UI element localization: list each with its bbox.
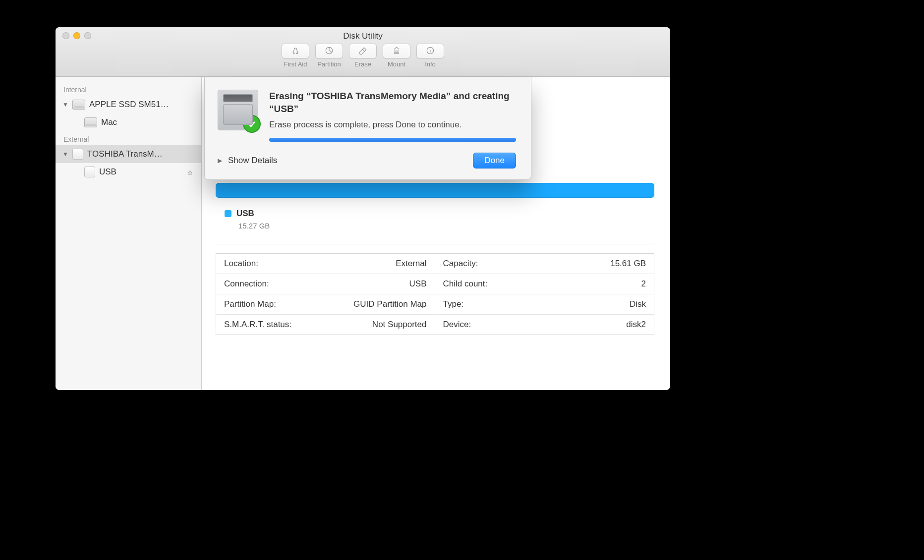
info-row: Device:disk2: [435, 315, 654, 335]
sidebar-section-internal: Internal: [56, 82, 201, 96]
sidebar-item-apple-ssd[interactable]: ▼ APPLE SSD SM51…: [56, 96, 201, 113]
toolbar-partition[interactable]: Partition: [315, 44, 343, 68]
titlebar: Disk Utility First Aid Partition Erase M…: [56, 27, 670, 77]
info-icon: [425, 46, 436, 57]
svg-point-0: [293, 53, 294, 54]
sidebar-item-label: APPLE SSD SM51…: [89, 100, 169, 110]
volume-size: 15.27 GB: [216, 222, 654, 230]
toolbar-label: Erase: [349, 60, 377, 68]
sidebar-item-label: TOSHIBA TransM…: [87, 149, 163, 159]
info-value: USB: [409, 279, 427, 289]
info-row: Connection:USB: [216, 274, 435, 294]
toolbar: First Aid Partition Erase Mount Info: [56, 44, 670, 68]
toolbar-mount[interactable]: Mount: [383, 44, 410, 68]
volume-icon: [84, 167, 95, 177]
done-button[interactable]: Done: [473, 153, 516, 168]
sidebar: Internal ▼ APPLE SSD SM51… Mac External …: [56, 77, 202, 390]
chevron-right-icon: ▶: [218, 157, 222, 164]
info-value: 15.61 GB: [610, 259, 646, 269]
eject-icon[interactable]: [186, 168, 193, 175]
first-aid-icon: [290, 46, 301, 57]
info-key: Capacity:: [443, 259, 478, 269]
volume-name: USB: [236, 209, 254, 219]
sidebar-section-external: External: [56, 131, 201, 145]
volume-icon: [84, 117, 97, 127]
info-key: Connection:: [224, 279, 269, 289]
divider: [216, 244, 654, 244]
info-value: Not Supported: [372, 320, 427, 330]
info-key: Child count:: [443, 279, 488, 289]
sidebar-item-label: Mac: [101, 117, 117, 127]
toolbar-label: First Aid: [282, 60, 309, 68]
info-key: Device:: [443, 320, 471, 330]
toolbar-first-aid[interactable]: First Aid: [282, 44, 309, 68]
volume-color-swatch: [225, 210, 231, 217]
sidebar-item-usb[interactable]: USB: [56, 163, 201, 181]
sidebar-item-toshiba[interactable]: ▼ TOSHIBA TransM…: [56, 145, 201, 163]
show-details-label: Show Details: [228, 156, 277, 166]
app-window: Disk Utility First Aid Partition Erase M…: [56, 27, 670, 390]
sheet-subtitle: Erase process is complete, press Done to…: [269, 120, 516, 130]
info-row: Child count:2: [435, 274, 654, 294]
success-check-icon: [243, 115, 261, 133]
erase-complete-sheet: Erasing “TOSHIBA TransMemory Media” and …: [204, 77, 531, 180]
chevron-down-icon[interactable]: ▼: [62, 102, 68, 108]
info-value: 2: [641, 279, 646, 289]
info-row: Partition Map:GUID Partition Map: [216, 294, 435, 315]
info-row: Type:Disk: [435, 294, 654, 315]
chevron-down-icon[interactable]: ▼: [62, 151, 68, 157]
info-key: Type:: [443, 299, 464, 309]
info-value: GUID Partition Map: [353, 299, 426, 309]
erase-icon: [357, 46, 368, 57]
info-key: S.M.A.R.T. status:: [224, 320, 291, 330]
volume-legend: USB: [216, 209, 654, 219]
disk-icon: [218, 90, 258, 130]
sidebar-item-label: USB: [99, 167, 116, 177]
sheet-title: Erasing “TOSHIBA TransMemory Media” and …: [269, 90, 516, 115]
info-row: Location:External: [216, 254, 435, 274]
partition-icon: [324, 46, 335, 57]
info-value: Disk: [630, 299, 646, 309]
toolbar-label: Partition: [315, 60, 343, 68]
external-disk-icon: [72, 149, 83, 160]
toolbar-label: Mount: [383, 60, 410, 68]
show-details-toggle[interactable]: ▶ Show Details: [218, 156, 277, 166]
info-grid: Location:External Connection:USB Partiti…: [216, 253, 654, 335]
info-key: Location:: [224, 259, 258, 269]
svg-point-1: [296, 53, 297, 54]
info-value: External: [396, 259, 426, 269]
info-key: Partition Map:: [224, 299, 276, 309]
sidebar-item-mac[interactable]: Mac: [56, 113, 201, 131]
info-row: Capacity:15.61 GB: [435, 254, 654, 274]
info-value: disk2: [626, 320, 646, 330]
internal-disk-icon: [72, 100, 85, 110]
toolbar-label: Info: [416, 60, 444, 68]
progress-bar: [269, 138, 516, 142]
toolbar-erase[interactable]: Erase: [349, 44, 377, 68]
window-title: Disk Utility: [56, 31, 670, 41]
info-row: S.M.A.R.T. status:Not Supported: [216, 315, 435, 335]
capacity-bar: [216, 183, 654, 198]
mount-icon: [391, 46, 402, 57]
toolbar-info[interactable]: Info: [416, 44, 444, 68]
